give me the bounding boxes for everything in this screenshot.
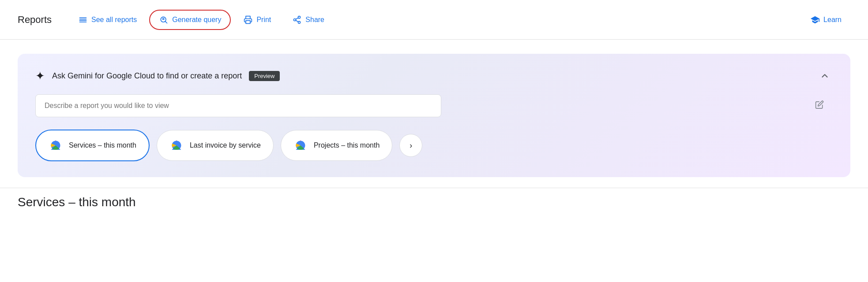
list-icon bbox=[78, 15, 88, 25]
share-label: Share bbox=[305, 16, 324, 24]
chevron-right-icon: › bbox=[410, 141, 412, 150]
svg-line-14 bbox=[296, 18, 298, 19]
gemini-search-wrap bbox=[35, 94, 833, 117]
svg-line-13 bbox=[296, 20, 298, 22]
chip-1-label: Services – this month bbox=[69, 141, 136, 149]
print-button[interactable]: Print bbox=[234, 11, 280, 29]
preview-badge: Preview bbox=[249, 71, 280, 81]
section-title: Services – this month bbox=[0, 188, 868, 209]
gcloud-logo-icon-2 bbox=[169, 138, 184, 152]
chip-2-label: Last invoice by service bbox=[190, 141, 261, 149]
sparkle-icon: ✦ bbox=[35, 69, 45, 83]
chip-last-invoice[interactable]: Last invoice by service bbox=[157, 130, 274, 161]
next-chip-button[interactable]: › bbox=[399, 134, 422, 157]
chip-3-label: Projects – this month bbox=[314, 141, 380, 149]
learn-label: Learn bbox=[823, 16, 842, 24]
see-all-reports-label: See all reports bbox=[91, 16, 137, 24]
learn-icon bbox=[810, 15, 820, 25]
gemini-title: Ask Gemini for Google Cloud to find or c… bbox=[52, 71, 242, 81]
gemini-search-input[interactable] bbox=[35, 94, 441, 117]
gemini-chips: Services – this month Last invoice by se… bbox=[35, 130, 833, 161]
gcloud-logo-icon-3 bbox=[293, 138, 308, 152]
header-nav: See all reports Generate query bbox=[69, 10, 436, 30]
share-button[interactable]: Share bbox=[283, 11, 333, 29]
svg-rect-9 bbox=[246, 20, 250, 23]
gemini-panel: ✦ Ask Gemini for Google Cloud to find or… bbox=[18, 54, 850, 177]
search-query-icon bbox=[159, 15, 169, 25]
chip-projects-this-month[interactable]: Projects – this month bbox=[281, 130, 392, 161]
chip-services-this-month[interactable]: Services – this month bbox=[35, 130, 150, 161]
print-label: Print bbox=[256, 16, 271, 24]
share-icon bbox=[292, 15, 302, 25]
print-icon bbox=[243, 15, 253, 25]
gcloud-logo-icon-1 bbox=[49, 138, 63, 152]
gemini-header: ✦ Ask Gemini for Google Cloud to find or… bbox=[35, 68, 833, 84]
generate-query-button[interactable]: Generate query bbox=[149, 10, 231, 30]
svg-line-5 bbox=[165, 21, 167, 23]
learn-button[interactable]: Learn bbox=[801, 11, 850, 29]
edit-icon bbox=[815, 100, 824, 111]
collapse-button[interactable] bbox=[817, 68, 833, 84]
page-title: Reports bbox=[18, 14, 52, 26]
see-all-reports-button[interactable]: See all reports bbox=[69, 11, 146, 29]
header: Reports See all reports bbox=[0, 0, 868, 40]
generate-query-label: Generate query bbox=[172, 16, 221, 24]
gemini-title-row: ✦ Ask Gemini for Google Cloud to find or… bbox=[35, 69, 280, 83]
